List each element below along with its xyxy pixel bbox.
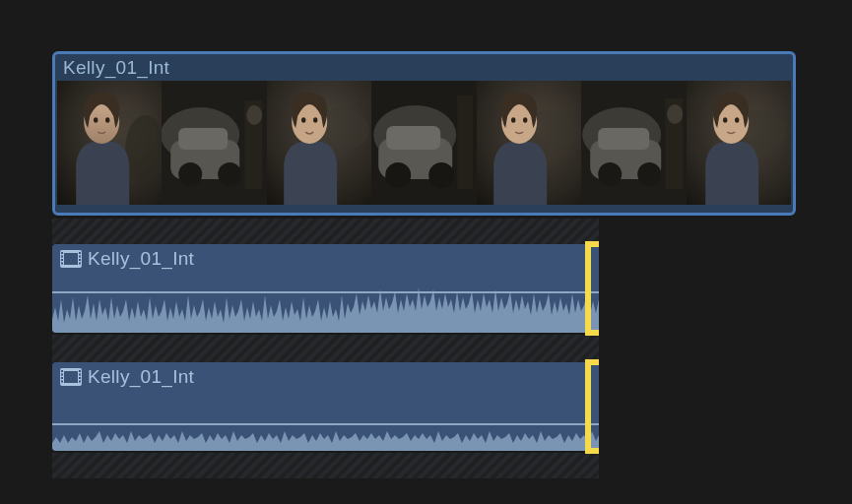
svg-rect-45 [64, 253, 78, 265]
svg-point-43 [735, 117, 739, 123]
svg-point-10 [219, 162, 242, 186]
svg-point-5 [105, 117, 109, 123]
svg-point-17 [301, 117, 305, 123]
svg-rect-25 [457, 95, 473, 189]
video-thumbnail [371, 81, 476, 205]
audio-waveform [52, 388, 599, 451]
video-thumbnail [162, 81, 266, 205]
filmstrip-icon [60, 250, 82, 268]
svg-rect-46 [61, 252, 63, 254]
svg-point-23 [428, 162, 454, 188]
svg-rect-50 [79, 252, 81, 254]
svg-rect-63 [79, 381, 81, 383]
timeline-gap [52, 335, 599, 362]
video-clip-label: Kelly_01_Int [55, 54, 793, 81]
svg-point-42 [723, 117, 727, 123]
svg-point-38 [667, 104, 683, 124]
timeline-gap [52, 453, 599, 478]
svg-point-30 [523, 117, 527, 123]
svg-point-4 [94, 117, 98, 123]
svg-rect-52 [79, 259, 81, 261]
svg-point-22 [385, 162, 411, 188]
svg-rect-53 [79, 263, 81, 265]
svg-rect-47 [61, 256, 63, 258]
audio-clip[interactable]: Kelly_01_Int [52, 362, 599, 451]
svg-rect-59 [61, 381, 63, 383]
svg-rect-24 [386, 126, 440, 150]
svg-point-29 [511, 117, 515, 123]
audio-level-line[interactable] [52, 291, 599, 293]
svg-point-18 [313, 117, 317, 123]
svg-rect-61 [79, 374, 81, 376]
audio-level-line[interactable] [52, 423, 599, 425]
svg-rect-56 [61, 370, 63, 372]
audio-waveform [52, 270, 599, 333]
svg-rect-11 [179, 128, 229, 150]
svg-rect-49 [61, 263, 63, 265]
svg-rect-36 [598, 128, 649, 150]
video-thumbnail [57, 81, 162, 205]
video-thumbnail [267, 81, 371, 205]
filmstrip-icon [60, 368, 82, 386]
svg-point-9 [179, 162, 203, 186]
svg-rect-55 [64, 371, 78, 383]
audio-clip-label: Kelly_01_Int [88, 248, 194, 270]
timeline[interactable]: Kelly_01_Int [0, 0, 852, 504]
timeline-gap [52, 219, 599, 244]
audio-clip-label: Kelly_01_Int [88, 366, 194, 388]
svg-rect-58 [61, 377, 63, 379]
audio-clip[interactable]: Kelly_01_Int [52, 244, 599, 333]
svg-rect-62 [79, 377, 81, 379]
svg-rect-51 [79, 256, 81, 258]
svg-rect-60 [79, 370, 81, 372]
video-thumbnail [687, 81, 791, 205]
video-clip[interactable]: Kelly_01_Int [52, 51, 796, 216]
svg-rect-57 [61, 374, 63, 376]
video-thumbnail [477, 81, 581, 205]
svg-rect-48 [61, 259, 63, 261]
svg-point-13 [247, 105, 263, 125]
video-thumbnail-strip [55, 81, 793, 207]
video-thumbnail [581, 81, 686, 205]
svg-point-35 [637, 162, 661, 186]
svg-point-34 [598, 162, 622, 186]
